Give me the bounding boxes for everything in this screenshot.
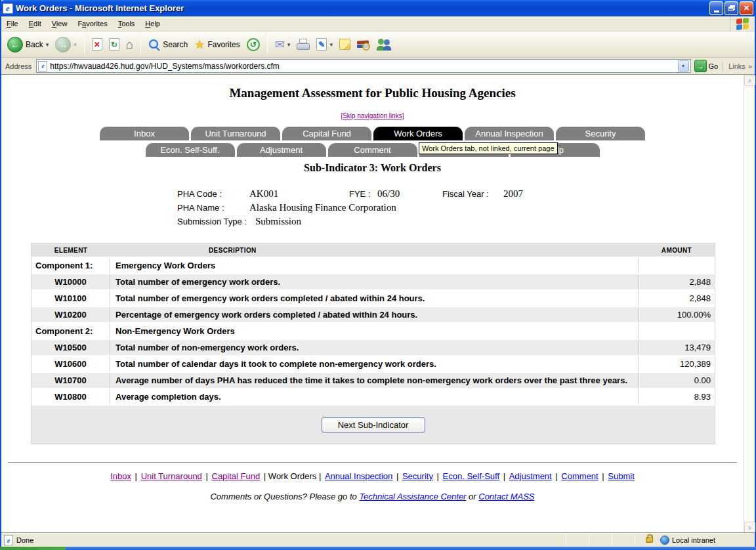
skip-navigation-link[interactable]: [Skip navigation links] (341, 112, 404, 119)
footer-link-adjustment[interactable]: Adjustment (509, 471, 552, 481)
footer-link-security[interactable]: Security (402, 471, 433, 481)
browser-window: e Work Orders - Microsoft Internet Explo… (0, 0, 756, 550)
minimize-button[interactable] (709, 1, 723, 15)
print-icon (297, 39, 310, 51)
menu-favorites[interactable]: Favorites (72, 18, 112, 30)
footer-separator: | (135, 471, 137, 481)
footer-separator: | (396, 471, 398, 481)
scroll-down-icon[interactable]: ∨ (744, 522, 755, 533)
tab-tooltip: Work Orders tab, not linked, current pag… (419, 142, 558, 154)
refresh-button[interactable]: ↻ (107, 37, 121, 52)
edit-icon: ✎ (316, 38, 327, 51)
footer-link-submit[interactable]: Submit (608, 471, 634, 481)
pha-info: PHA Code : AK001 FYE : 06/30 Fiscal Year… (1, 188, 744, 231)
tab-comment[interactable]: Comment (328, 143, 417, 157)
address-url[interactable]: https://hwvauad426.hud.gov/HUD_Systems/m… (50, 62, 675, 71)
address-input[interactable]: e https://hwvauad426.hud.gov/HUD_Systems… (36, 59, 690, 73)
menu-edit[interactable]: Edit (24, 18, 47, 30)
footer-link-econ-self-suff[interactable]: Econ. Self-Suff (443, 471, 499, 481)
cell-description: Percentage of emergency work orders comp… (110, 307, 639, 322)
next-sub-indicator-button[interactable]: Next Sub-Indicator (322, 417, 425, 433)
header-description: DESCRIPTION (110, 243, 639, 257)
footer-link-inbox[interactable]: Inbox (110, 471, 131, 481)
status-separator (635, 535, 635, 545)
tab-capital-fund[interactable]: Capital Fund (282, 127, 371, 140)
contact-mass-link[interactable]: Contact MASS (478, 492, 534, 501)
go-button[interactable]: → Go (694, 60, 719, 72)
favorites-label: Favorites (207, 40, 240, 49)
cell-amount: 8.93 (639, 392, 715, 402)
tab-inbox[interactable]: Inbox (100, 127, 189, 140)
tab-adjustment[interactable]: Adjustment (237, 143, 326, 157)
menu-help[interactable]: Help (140, 18, 165, 30)
window-title: Work Orders - Microsoft Internet Explore… (16, 3, 708, 13)
print-button[interactable] (295, 37, 312, 52)
toolbar-separator (140, 35, 141, 54)
tab-econ-self-suff[interactable]: Econ. Self-Suff. (146, 143, 235, 157)
tab-unit-turnaround[interactable]: Unit Turnaround (191, 127, 280, 140)
footer-separator: | (319, 471, 321, 481)
cell-amount: 13,479 (639, 343, 715, 352)
scroll-up-icon[interactable]: ∧ (744, 75, 755, 86)
favorites-star-icon: ★ (194, 39, 205, 51)
address-dropdown-icon[interactable]: ▾ (678, 60, 689, 72)
back-button[interactable]: ← Back ▾ (5, 35, 51, 54)
history-button[interactable]: ↺ (245, 37, 262, 53)
menu-tools[interactable]: Tools (113, 18, 140, 30)
footer-separator: | (264, 471, 266, 481)
footer-link-capital-fund[interactable]: Capital Fund (212, 471, 261, 481)
search-button[interactable]: Search (146, 37, 190, 52)
back-label: Back (26, 40, 43, 49)
tab-annual-inspection[interactable]: Annual Inspection (465, 127, 554, 140)
footer-current-work-orders: Work Orders (268, 471, 316, 481)
close-button[interactable]: ✕ (740, 1, 753, 15)
cell-amount: 0.00 (639, 375, 715, 385)
mail-button[interactable]: ✉ ▾ (273, 37, 293, 52)
back-dropdown-icon[interactable]: ▾ (46, 41, 49, 48)
page-ie-icon: e (38, 61, 47, 72)
tab-security[interactable]: Security (556, 127, 645, 140)
technical-assistance-center-link[interactable]: Technical Assistance Center (359, 492, 466, 501)
pha-code-value: AK001 (249, 188, 278, 200)
links-toolbar[interactable]: Links » (723, 62, 752, 70)
messenger-button[interactable] (375, 37, 393, 52)
toolbar: ← Back ▾ → ▾ ✕ ↻ ⌂ Search ★ Favorites ↺ … (1, 32, 755, 58)
table-row-component-2: Component 2: Non-Emergency Work Orders (32, 324, 715, 340)
start-button-sliver[interactable] (0, 547, 66, 550)
edit-page-button[interactable]: ✎ ▾ (314, 37, 335, 52)
tab-row-1: Inbox Unit Turnaround Capital Fund Work … (1, 127, 744, 140)
table-row-w10000: W10000 Total number of emergency work or… (32, 274, 715, 291)
restore-button[interactable] (724, 1, 738, 15)
fye-value: 06/30 (377, 188, 400, 200)
tab-row-2: Econ. Self-Suff. Adjustment Comment Subm… (1, 143, 744, 157)
table-header-row: ELEMENT DESCRIPTION AMOUNT (32, 243, 715, 258)
forward-button[interactable]: → ▾ (53, 35, 79, 54)
cell-element: W10800 (32, 389, 110, 404)
footer-link-unit-turnaround[interactable]: Unit Turnaround (141, 471, 202, 481)
taskbar-sliver (0, 547, 756, 550)
history-icon: ↺ (247, 38, 260, 51)
title-bar: e Work Orders - Microsoft Internet Explo… (0, 0, 756, 16)
header-amount: AMOUNT (639, 247, 715, 254)
vertical-scrollbar[interactable]: ∧ ∨ (744, 75, 755, 533)
favorites-button[interactable]: ★ Favorites (192, 37, 242, 52)
ie-app-icon: e (3, 3, 13, 14)
discuss-button[interactable] (337, 37, 352, 51)
mail-dropdown-icon[interactable]: ▾ (287, 41, 291, 48)
footer-separator: | (503, 471, 505, 481)
edit-dropdown-icon[interactable]: ▾ (329, 41, 333, 48)
address-label: Address (4, 62, 33, 70)
cell-element: W10700 (32, 373, 110, 388)
links-chevron-icon[interactable]: » (748, 62, 752, 70)
home-button[interactable]: ⌂ (124, 37, 135, 52)
footer-divider (8, 462, 737, 463)
footer-separator: | (602, 471, 604, 481)
cell-element: W10600 (32, 356, 110, 371)
menu-view[interactable]: View (47, 18, 73, 30)
footer-link-annual-inspection[interactable]: Annual Inspection (325, 471, 392, 481)
research-button[interactable] (355, 37, 372, 52)
footer-link-comment[interactable]: Comment (561, 471, 598, 481)
stop-button[interactable]: ✕ (90, 37, 104, 52)
footer-links: Inbox | Unit Turnaround | Capital Fund |… (1, 471, 744, 481)
menu-file[interactable]: File (1, 18, 24, 30)
